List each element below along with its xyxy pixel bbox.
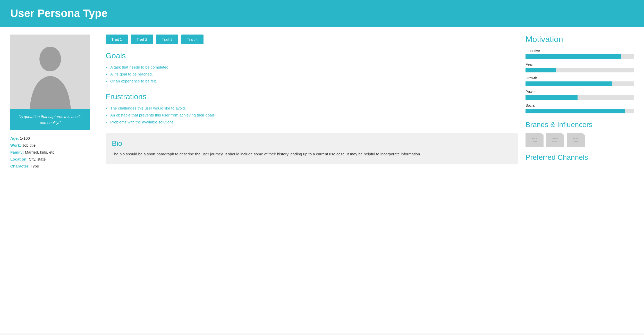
- trait-button[interactable]: Trait 2: [131, 35, 153, 44]
- family-row: Family: Married, kids, etc.: [10, 149, 98, 156]
- trait-button[interactable]: Trait 1: [106, 35, 128, 44]
- middle-column: Trait 1Trait 2Trait 3Trait 4 Goals A tas…: [106, 35, 518, 326]
- avatar: [10, 35, 90, 109]
- page-title: User Persona Type: [10, 7, 634, 20]
- svg-point-0: [39, 47, 61, 71]
- brand-label: FAKECHAP: [552, 137, 558, 143]
- motivation-bars: Incentive Fear Growth Power Social: [526, 49, 634, 113]
- family-value: Married, kids, etc.: [25, 150, 55, 154]
- traits-row: Trait 1Trait 2Trait 3Trait 4: [106, 35, 518, 44]
- age-row: Age: 1-100: [10, 135, 98, 142]
- bar-track: [526, 81, 634, 86]
- frustrations-list-item: An obstacle that prevents this user from…: [106, 112, 518, 119]
- work-value: Job title: [22, 143, 36, 147]
- motivation-item: Incentive: [526, 49, 634, 59]
- motivation-title: Motivation: [526, 35, 634, 44]
- location-row: Location: City, state: [10, 156, 98, 163]
- bar-track: [526, 68, 634, 72]
- motivation-item: Power: [526, 90, 634, 100]
- brand-logo: FAKECHAP: [567, 133, 585, 147]
- goals-list-item: Or an experience to be felt.: [106, 78, 518, 85]
- frustrations-title: Frustrations: [106, 92, 518, 101]
- bar-track: [526, 95, 634, 100]
- character-value: Type: [31, 164, 39, 168]
- brand-logo: FAKECHAP: [526, 133, 544, 147]
- location-label: Location:: [10, 157, 28, 161]
- main-content: "A quotation that captures this user's p…: [0, 27, 644, 333]
- trait-button[interactable]: Trait 3: [156, 35, 178, 44]
- bio-text: The bio should be a short paragraph to d…: [112, 151, 512, 157]
- age-value: 1-100: [20, 136, 30, 140]
- work-label: Work:: [10, 143, 21, 147]
- brand-label: FAKECHAP: [573, 137, 579, 143]
- bio-box: Bio The bio should be a short paragraph …: [106, 133, 518, 164]
- brand-label: FAKECHAP: [532, 137, 538, 143]
- frustrations-list: The challenges this user would like to a…: [106, 105, 518, 125]
- goals-title: Goals: [106, 51, 518, 60]
- goals-list-item: A task that needs to be completed.: [106, 64, 518, 71]
- frustrations-list-item: Problems with the available solutions.: [106, 119, 518, 125]
- frustrations-list-item: The challenges this user would like to a…: [106, 105, 518, 112]
- left-column: "A quotation that captures this user's p…: [10, 35, 98, 326]
- bar-fill: [526, 81, 612, 86]
- bar-fill: [526, 54, 621, 59]
- goals-list: A task that needs to be completed.A life…: [106, 64, 518, 85]
- quote-text: "A quotation that captures this user's p…: [19, 114, 82, 125]
- age-label: Age:: [10, 136, 19, 140]
- trait-button[interactable]: Trait 4: [181, 35, 204, 44]
- motivation-item: Fear: [526, 62, 634, 72]
- family-label: Family:: [10, 150, 24, 154]
- motivation-label: Fear: [526, 62, 634, 66]
- bar-track: [526, 54, 634, 59]
- motivation-item: Social: [526, 103, 634, 113]
- motivation-label: Social: [526, 103, 634, 107]
- page-header: User Persona Type: [0, 0, 644, 27]
- motivation-label: Growth: [526, 76, 634, 80]
- bar-track: [526, 109, 634, 113]
- brands-row: FAKECHAPFAKECHAPFAKECHAP: [526, 133, 634, 147]
- bar-fill: [526, 95, 578, 100]
- motivation-label: Incentive: [526, 49, 634, 53]
- location-value: City, state: [29, 157, 46, 161]
- quote-box: "A quotation that captures this user's p…: [10, 109, 90, 130]
- bar-fill: [526, 109, 625, 113]
- brands-title: Brands & Influencers: [526, 121, 634, 129]
- bar-fill: [526, 68, 556, 72]
- work-row: Work: Job title: [10, 142, 98, 149]
- motivation-item: Growth: [526, 76, 634, 86]
- brand-logo: FAKECHAP: [546, 133, 564, 147]
- preferred-channels-title: Preferred Channels: [526, 153, 634, 162]
- character-row: Character: Type: [10, 163, 98, 170]
- goals-list-item: A life goal to be reached.: [106, 71, 518, 78]
- motivation-label: Power: [526, 90, 634, 94]
- user-info: Age: 1-100 Work: Job title Family: Marri…: [10, 135, 98, 170]
- bio-title: Bio: [112, 139, 512, 148]
- character-label: Character:: [10, 164, 30, 168]
- right-column: Motivation Incentive Fear Growth Power S…: [526, 35, 634, 326]
